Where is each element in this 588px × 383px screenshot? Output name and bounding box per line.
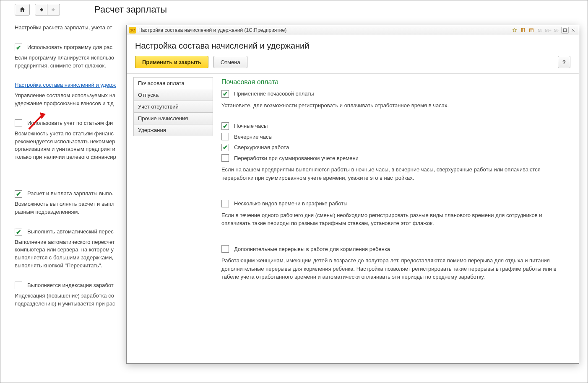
bg-option-0-checkbox[interactable] bbox=[15, 44, 22, 51]
bg-option-0-label: Использовать программу для рас bbox=[27, 44, 112, 52]
modal-content: Почасовая оплатаПрименение почасовой опл… bbox=[221, 77, 572, 357]
option-6: Переработки при суммированном учете врем… bbox=[221, 154, 570, 163]
option-9-label: Несколько видов времени в графике работы bbox=[234, 199, 348, 208]
bg-option-13-label: Выполнять автоматический перес bbox=[27, 228, 114, 236]
description-text: Установите, для возможности регистрирова… bbox=[221, 101, 570, 110]
svg-text:31: 31 bbox=[531, 30, 533, 32]
page-title: Расчет зарплаты bbox=[94, 4, 167, 15]
option-5-checkbox[interactable] bbox=[221, 144, 229, 151]
option-9: Несколько видов времени в графике работы bbox=[221, 199, 570, 208]
tab-0[interactable]: Почасовая оплата bbox=[133, 77, 213, 89]
description-text: Если на вашем предприятии выполняются ра… bbox=[221, 166, 570, 182]
option-3-label: Ночные часы bbox=[234, 122, 268, 130]
option-4-checkbox[interactable] bbox=[221, 133, 229, 140]
tab-3[interactable]: Прочие начисления bbox=[133, 113, 213, 124]
option-5-label: Сверхурочная работа bbox=[234, 143, 289, 152]
modal-heading: Настройка состава начислений и удержаний bbox=[135, 41, 570, 51]
modal-window-title: Настройка состава начислений и удержаний… bbox=[138, 27, 286, 33]
zoom-m-plus[interactable]: M+ bbox=[544, 27, 552, 34]
option-9-checkbox[interactable] bbox=[221, 200, 229, 207]
option-0: Применение почасовой оплаты bbox=[221, 90, 570, 98]
option-12-label: Дополнительные перерывы в работе для кор… bbox=[234, 245, 390, 254]
modal-window: 1C Настройка состава начислений и удержа… bbox=[126, 25, 579, 364]
description-text: Работающим женщинам, имеющим детей в воз… bbox=[221, 256, 570, 281]
star-icon bbox=[512, 28, 517, 33]
option-3-checkbox[interactable] bbox=[221, 122, 229, 130]
cancel-button[interactable]: Отмена bbox=[213, 56, 247, 68]
option-4-label: Вечерние часы bbox=[234, 133, 273, 141]
svg-rect-2 bbox=[522, 28, 525, 32]
bg-option-10-label: Расчет и выплата зарплаты выпо. bbox=[27, 190, 113, 198]
app-icon: 1C bbox=[129, 27, 136, 34]
option-4: Вечерние часы bbox=[221, 133, 570, 141]
maximize-icon bbox=[562, 28, 567, 33]
nav-back-button[interactable] bbox=[35, 4, 47, 16]
section-title: Почасовая оплата bbox=[221, 77, 570, 87]
modal-titlebar[interactable]: 1C Настройка состава начислений и удержа… bbox=[127, 25, 579, 35]
zoom-m-minus[interactable]: M- bbox=[553, 27, 560, 34]
help-button[interactable]: ? bbox=[558, 56, 570, 68]
maximize-button[interactable] bbox=[561, 27, 569, 34]
side-tabs: Почасовая оплатаОтпускаУчет отсутствийПр… bbox=[133, 77, 213, 357]
bg-option-10-checkbox[interactable] bbox=[15, 190, 22, 198]
tool-icon bbox=[520, 28, 526, 33]
bg-option-6-label: Использовать учет по статьям фи bbox=[27, 119, 113, 127]
close-button[interactable] bbox=[570, 27, 577, 34]
home-icon bbox=[19, 6, 26, 13]
home-button[interactable] bbox=[15, 4, 30, 16]
bg-option-13-checkbox[interactable] bbox=[15, 228, 22, 235]
option-3: Ночные часы bbox=[221, 122, 570, 130]
titlebar-tool-1[interactable] bbox=[519, 27, 527, 34]
arrow-right-icon bbox=[51, 7, 57, 13]
svg-rect-7 bbox=[564, 28, 567, 31]
description-text: Если в течение одного рабочего дня (смен… bbox=[221, 211, 570, 228]
apply-close-button[interactable]: Применить и закрыть bbox=[135, 56, 208, 68]
titlebar-calendar[interactable]: 31 bbox=[528, 27, 535, 34]
arrow-left-icon bbox=[38, 7, 44, 13]
tab-4[interactable]: Удержания bbox=[133, 124, 213, 136]
close-icon bbox=[571, 28, 576, 33]
option-0-checkbox[interactable] bbox=[221, 90, 229, 98]
nav-forward-button[interactable] bbox=[47, 4, 60, 16]
tab-2[interactable]: Учет отсутствий bbox=[133, 101, 213, 113]
option-12-checkbox[interactable] bbox=[221, 245, 229, 253]
bg-option-16-checkbox[interactable] bbox=[15, 282, 22, 289]
option-12: Дополнительные перерывы в работе для кор… bbox=[221, 245, 570, 254]
zoom-m[interactable]: M bbox=[536, 27, 544, 34]
bg-option-16-label: Выполняется индексация заработ bbox=[27, 282, 114, 290]
bg-option-6-checkbox[interactable] bbox=[15, 119, 22, 127]
favorite-button[interactable] bbox=[511, 27, 518, 34]
calendar-icon: 31 bbox=[529, 28, 534, 33]
option-0-label: Применение почасовой оплаты bbox=[234, 90, 314, 98]
option-5: Сверхурочная работа bbox=[221, 143, 570, 152]
option-6-label: Переработки при суммированном учете врем… bbox=[234, 154, 359, 163]
tab-1[interactable]: Отпуска bbox=[133, 89, 213, 101]
option-6-checkbox[interactable] bbox=[221, 154, 229, 162]
